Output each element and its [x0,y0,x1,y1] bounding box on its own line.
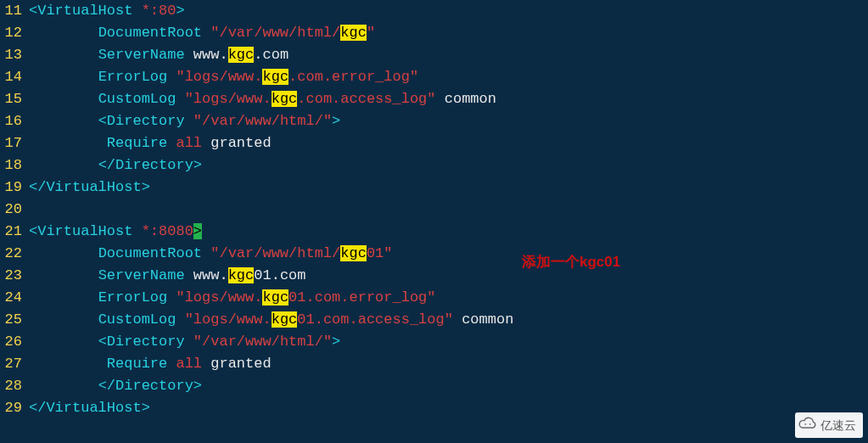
token-str: "/var/www/html/" [193,113,332,129]
line-number: 22 [0,243,29,265]
svg-point-1 [809,423,811,425]
code-line: 16 <Directory "/var/www/html/"> [0,110,868,132]
code-content: </Directory> [29,375,868,397]
token-attr: *:8080 [142,223,193,239]
token-kwcyan: CustomLog [98,91,176,107]
token-plain [29,289,98,306]
cloud-icon [798,414,817,436]
code-content: ServerName www.kgc.com [29,44,868,66]
token-plain [29,157,98,173]
code-content: Require all granted [29,353,868,375]
token-plain [29,356,107,372]
token-angle: > [142,400,150,416]
token-attr: *:80 [142,3,176,19]
annotation-bold: kgc01 [580,254,620,270]
token-angle: < [98,113,107,129]
token-tag: Directory [107,113,185,129]
watermark: 亿速云 [795,412,863,438]
line-number: 11 [0,0,29,22]
token-plain [29,334,98,350]
token-angle: > [332,113,340,129]
token-str: "logs/www. [176,289,262,306]
line-number: 23 [0,265,29,287]
token-plain: www. [185,267,228,283]
code-content: <VirtualHost *:80> [29,0,868,22]
token-plain [202,245,210,261]
token-plain [167,356,176,372]
token-kwcyan: DocumentRoot [98,25,202,41]
token-kwcyan: ServerName [98,47,185,63]
line-number: 21 [0,221,29,243]
token-plain: granted [202,135,272,151]
code-line: 12 DocumentRoot "/var/www/html/kgc" [0,22,868,44]
token-hl: kgc [272,91,298,107]
token-str: .com.access_log" [297,91,435,107]
line-number: 12 [0,22,29,44]
line-number: 28 [0,375,29,397]
token-hl: kgc [228,267,255,283]
code-line: 27 Require all granted [0,353,868,375]
line-number: 26 [0,331,29,353]
code-line: 25 CustomLog "logs/www.kgc01.com.access_… [0,309,868,331]
code-line: 21<VirtualHost *:8080> [0,221,868,243]
line-number: 18 [0,154,29,177]
code-content: DocumentRoot "/var/www/html/kgc01" [29,243,868,265]
token-angle: < [98,334,107,350]
token-angle: < [29,223,37,239]
token-cursor: > [193,223,202,239]
token-tag: Directory [115,157,193,173]
line-number: 19 [0,177,29,199]
code-content: DocumentRoot "/var/www/html/kgc" [29,22,868,44]
token-plain [29,378,98,394]
token-plain [29,245,98,261]
token-plain [202,25,210,41]
line-number: 29 [0,397,29,419]
token-plain [29,69,98,85]
token-kwcyan: CustomLog [98,311,176,328]
token-plain [176,91,184,107]
code-line: 22 DocumentRoot "/var/www/html/kgc01" [0,243,868,265]
code-content: <VirtualHost *:8080> [29,221,868,243]
token-kwcyan: Require [107,356,167,372]
code-line: 14 ErrorLog "logs/www.kgc.com.error_log" [0,66,868,88]
token-plain [29,311,98,328]
token-angle: </ [98,157,115,173]
token-plain [29,267,98,283]
token-kwcyan: Require [107,135,167,151]
code-line: 24 ErrorLog "logs/www.kgc01.com.error_lo… [0,287,868,309]
line-number: 14 [0,66,29,88]
code-line: 23 ServerName www.kgc01.com [0,265,868,287]
code-line: 15 CustomLog "logs/www.kgc.com.access_lo… [0,88,868,110]
token-plain: .com [254,47,288,63]
token-angle: < [29,3,37,19]
token-tag: VirtualHost [46,179,141,195]
token-angle: > [193,157,202,173]
token-hl: kgc [262,69,288,85]
token-plain: common [453,311,513,328]
token-str: all [176,135,202,151]
token-str: all [176,356,202,372]
code-content: </VirtualHost> [29,397,868,419]
token-angle: </ [29,400,46,416]
token-kwcyan: DocumentRoot [98,245,202,261]
token-angle: > [332,334,340,350]
token-str: "logs/www. [185,311,272,328]
token-tag: Directory [107,334,185,350]
token-str: 01" [367,245,393,261]
line-number: 17 [0,132,29,154]
token-angle: </ [98,378,115,394]
token-str: "logs/www. [176,69,262,85]
line-number: 20 [0,199,29,221]
token-str: .com.error_log" [288,69,418,85]
token-hl: kgc [228,47,255,63]
line-number: 16 [0,110,29,132]
token-plain [185,113,193,129]
token-str: 01.com.access_log" [297,311,453,328]
code-line: 18 </Directory> [0,154,868,177]
token-tag: Directory [115,378,193,394]
line-number: 27 [0,353,29,375]
token-plain: granted [202,356,272,372]
code-content: CustomLog "logs/www.kgc01.com.access_log… [29,309,868,331]
token-plain: 01.com [254,267,305,283]
svg-point-0 [804,423,806,425]
